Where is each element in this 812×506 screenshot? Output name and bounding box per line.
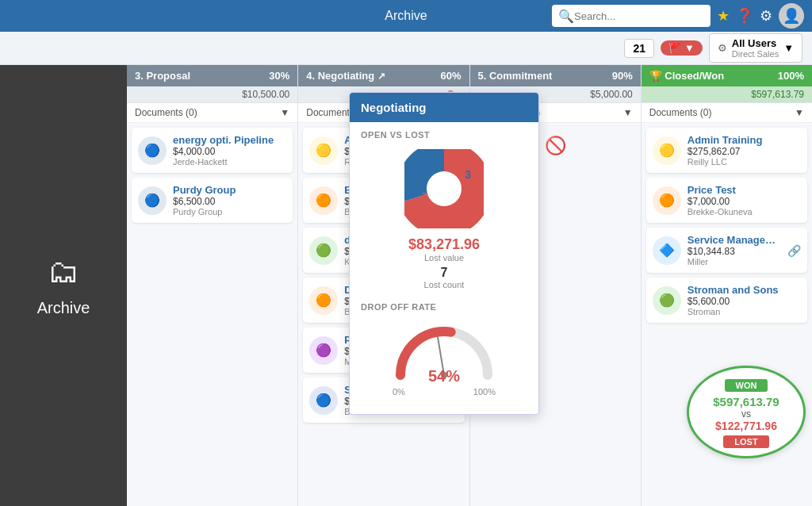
deal-avatar: 🟣	[309, 336, 338, 365]
pie-svg	[404, 149, 484, 228]
blocked-icon: 🚫	[545, 136, 566, 156]
deal-card-service-manager[interactable]: 🔷 Service Managemer $10,344.83 Miller 🔗	[646, 228, 807, 273]
search-icon: 🔍	[558, 9, 574, 24]
popup-lost-value-label: Lost value	[350, 253, 538, 263]
flag-filter[interactable]: 🚩 ▼	[661, 40, 703, 56]
deal-amount: $6,500.00	[173, 196, 286, 207]
popup-lost-count: 7	[350, 266, 538, 280]
col-commitment-docs-arrow: ▼	[623, 107, 633, 118]
deal-card-stroman-sons[interactable]: 🟢 Stroman and Sons $5,600.00 Stroman	[646, 278, 807, 323]
col-closed-won-pct: 100%	[778, 70, 804, 82]
users-info: All Users Direct Sales	[732, 37, 779, 59]
deal-amount: $4,000.00	[173, 146, 286, 157]
avatar[interactable]: 👤	[779, 3, 804, 29]
deal-avatar: 🟠	[309, 286, 338, 315]
help-button[interactable]: ❓	[736, 7, 753, 25]
settings-button[interactable]: ⚙	[760, 7, 772, 25]
deal-name: energy opti. Pipeline	[173, 134, 286, 146]
deal-avatar: 🔵	[138, 136, 167, 165]
deal-avatar: 🔵	[309, 386, 338, 415]
popup-pie-chart: 7 3	[350, 143, 538, 232]
deal-avatar: 🟡	[653, 136, 681, 165]
all-users-label: All Users	[732, 37, 779, 49]
deal-card-purdy-group[interactable]: 🔵 Purdy Group $6,500.00 Purdy Group	[132, 178, 293, 223]
deal-company: Stroman	[688, 307, 801, 316]
deal-company: Miller	[688, 257, 781, 266]
deal-info: Purdy Group $6,500.00 Purdy Group	[173, 184, 286, 217]
deal-company: Jerde-Hackett	[173, 157, 286, 167]
archive-sidebar[interactable]: 🗂 Archive	[0, 65, 127, 506]
vs-label: vs	[741, 408, 751, 420]
deal-avatar: 🟢	[309, 236, 338, 265]
deal-amount: $10,344.83	[688, 246, 781, 257]
negotiating-popup: Negotiating OPEN VS LOST 7 3 $83,271.96 …	[349, 92, 539, 415]
deal-company: Reilly LLC	[688, 157, 801, 167]
search-input[interactable]	[574, 10, 707, 22]
favorite-button[interactable]: ★	[717, 7, 730, 25]
col-negotiating-header[interactable]: 4. Negotiating ↗ 60%	[298, 65, 469, 86]
gauge-min: 0%	[393, 387, 405, 397]
deal-info: energy opti. Pipeline $4,000.00 Jerde-Ha…	[173, 134, 286, 167]
col-closed-won-docs-label: Documents (0)	[649, 107, 712, 118]
deal-avatar: 🔵	[138, 186, 167, 215]
col-closed-won-docs[interactable]: Documents (0) ▼	[642, 103, 812, 123]
col-proposal: 3. Proposal 30% $10,500.00 Documents (0)…	[127, 65, 298, 506]
drop-off-rate-label: DROP OFF RATE	[350, 294, 538, 315]
deal-name: Purdy Group	[173, 184, 286, 196]
record-count-badge: 21	[624, 39, 654, 58]
gauge-max: 100%	[473, 387, 496, 397]
col-closed-won-label: 🏆 Closed/Won	[649, 70, 724, 82]
popup-title: Negotiating	[350, 93, 538, 122]
lost-label: LOST	[723, 435, 768, 448]
col-closed-won: 🏆 Closed/Won 100% $597,613.79 Documents …	[642, 65, 812, 506]
gauge-value: 54%	[428, 367, 460, 385]
pie-label-lost: 7	[422, 190, 428, 203]
gauge-range: 0% 100%	[393, 387, 496, 397]
col-proposal-docs-arrow: ▼	[280, 107, 289, 118]
gauge-container: 54% 0% 100%	[350, 315, 538, 401]
pie-container: 7 3	[404, 149, 484, 228]
col-commitment-label: 5. Commitment	[478, 70, 553, 82]
archive-label: Archive	[37, 299, 90, 317]
deal-avatar: 🟠	[309, 186, 338, 215]
deal-amount: $275,862.07	[688, 146, 801, 157]
col-negotiating-label: 4. Negotiating ↗	[306, 70, 385, 82]
direct-sales-label: Direct Sales	[732, 49, 779, 59]
deal-avatar: 🟡	[309, 136, 338, 165]
flag-dropdown-icon: ▼	[684, 42, 695, 54]
col-commitment-header[interactable]: 5. Commitment 90%	[470, 65, 641, 86]
deal-company: Purdy Group	[173, 207, 286, 217]
open-vs-lost-label: OPEN VS LOST	[350, 122, 538, 143]
won-lost-badge: WON $597,613.79 vs $122,771.96 LOST	[687, 366, 806, 458]
deal-name: Admin Training	[688, 134, 801, 146]
svg-point-3	[427, 171, 462, 206]
deal-card-admin-training-won[interactable]: 🟡 Admin Training $275,862.07 Reilly LLC	[646, 128, 807, 173]
deal-avatar: 🔷	[653, 236, 681, 265]
users-chevron-icon[interactable]: ▼	[783, 42, 794, 54]
users-filter[interactable]: ⚙ All Users Direct Sales ▼	[709, 33, 802, 63]
header-controls: 🔍 ★ ❓ ⚙ 👤	[552, 0, 804, 32]
deal-amount: $5,600.00	[688, 296, 801, 307]
col-proposal-pct: 30%	[269, 70, 289, 82]
filter-bar: 21 🚩 ▼ ⚙ All Users Direct Sales ▼	[0, 32, 812, 65]
col-proposal-header[interactable]: 3. Proposal 30%	[127, 65, 297, 86]
deal-name: Service Managemer	[688, 234, 781, 246]
col-proposal-docs[interactable]: Documents (0) ▼	[127, 103, 297, 123]
archive-icon: 🗂	[48, 254, 79, 289]
deal-info: Price Test $7,000.00 Brekke-Okuneva	[688, 184, 801, 217]
popup-lost-value: $83,271.96	[350, 236, 538, 253]
flag-icon: 🚩	[668, 42, 681, 54]
won-amount: $597,613.79	[713, 395, 779, 408]
header-title: Archive	[385, 9, 427, 23]
col-proposal-label: 3. Proposal	[135, 70, 190, 82]
gear-icon: ⚙	[718, 42, 727, 54]
deal-name: Price Test	[688, 184, 801, 196]
col-closed-won-header[interactable]: 🏆 Closed/Won 100%	[642, 65, 812, 86]
col-proposal-amount: $10,500.00	[127, 86, 297, 103]
deal-info: Service Managemer $10,344.83 Miller	[688, 234, 781, 266]
deal-card-price-test[interactable]: 🟠 Price Test $7,000.00 Brekke-Okuneva	[646, 178, 807, 223]
deal-avatar: 🟠	[653, 186, 681, 215]
search-bar[interactable]: 🔍	[552, 5, 710, 27]
deal-card-energy-pipeline[interactable]: 🔵 energy opti. Pipeline $4,000.00 Jerde-…	[132, 128, 293, 173]
deal-amount: $7,000.00	[688, 196, 801, 207]
